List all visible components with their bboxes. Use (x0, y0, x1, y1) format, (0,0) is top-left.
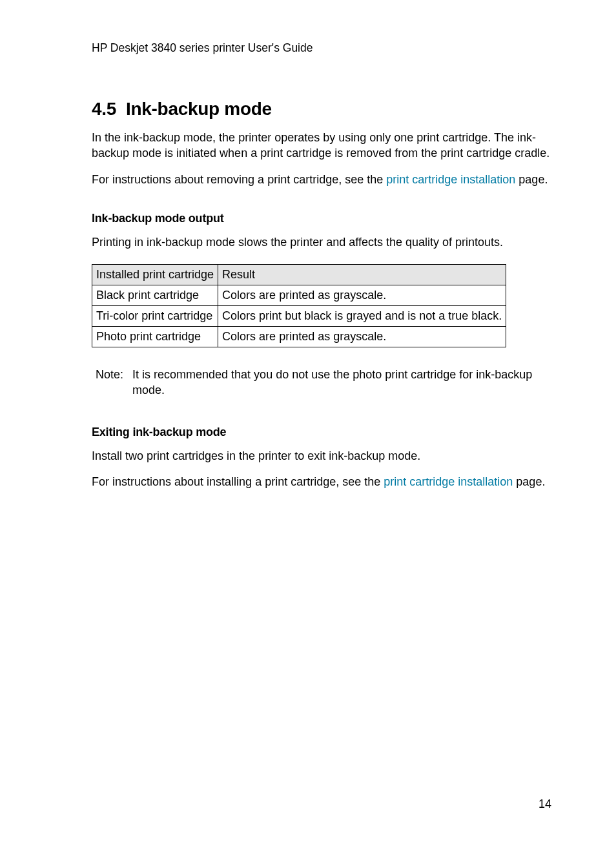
table-cell-cartridge: Tri-color print cartridge (92, 306, 218, 327)
table-header-cartridge: Installed print cartridge (92, 265, 218, 285)
exit-instruction-text-post: page. (513, 475, 545, 488)
table-header-result: Result (218, 265, 506, 285)
exit-subheading: Exiting ink-backup mode (92, 426, 551, 439)
note-block: Note: It is recommended that you do not … (92, 367, 551, 398)
table-row: Tri-color print cartridge Colors print b… (92, 306, 506, 327)
output-subheading: Ink-backup mode output (92, 212, 551, 225)
table-cell-result: Colors are printed as grayscale. (218, 327, 506, 347)
table-row: Photo print cartridge Colors are printed… (92, 327, 506, 347)
section-heading: 4.5 Ink-backup mode (92, 99, 551, 119)
removal-instruction-text-post: page. (515, 173, 548, 186)
note-label: Note: (92, 367, 123, 398)
table-cell-cartridge: Photo print cartridge (92, 327, 218, 347)
removal-instruction-paragraph: For instructions about removing a print … (92, 172, 551, 187)
table-header-row: Installed print cartridge Result (92, 265, 506, 285)
print-cartridge-installation-link[interactable]: print cartridge installation (386, 173, 515, 186)
exit-paragraph-2: For instructions about installing a prin… (92, 474, 551, 489)
section-number: 4.5 (92, 99, 116, 119)
table-cell-result: Colors print but black is grayed and is … (218, 306, 506, 327)
note-text: It is recommended that you do not use th… (132, 367, 551, 398)
table-cell-result: Colors are printed as grayscale. (218, 285, 506, 306)
intro-paragraph: In the ink-backup mode, the printer oper… (92, 130, 551, 161)
output-paragraph: Printing in ink-backup mode slows the pr… (92, 234, 551, 250)
table-cell-cartridge: Black print cartridge (92, 285, 218, 306)
page-number: 14 (539, 797, 551, 811)
removal-instruction-text-pre: For instructions about removing a print … (92, 173, 386, 186)
exit-paragraph-1: Install two print cartridges in the prin… (92, 448, 551, 464)
section-title: Ink-backup mode (126, 99, 272, 119)
table-row: Black print cartridge Colors are printed… (92, 285, 506, 306)
exit-instruction-text-pre: For instructions about installing a prin… (92, 475, 384, 488)
page-header: HP Deskjet 3840 series printer User's Gu… (92, 41, 551, 55)
print-cartridge-installation-link-2[interactable]: print cartridge installation (384, 475, 513, 488)
output-table: Installed print cartridge Result Black p… (92, 264, 506, 347)
